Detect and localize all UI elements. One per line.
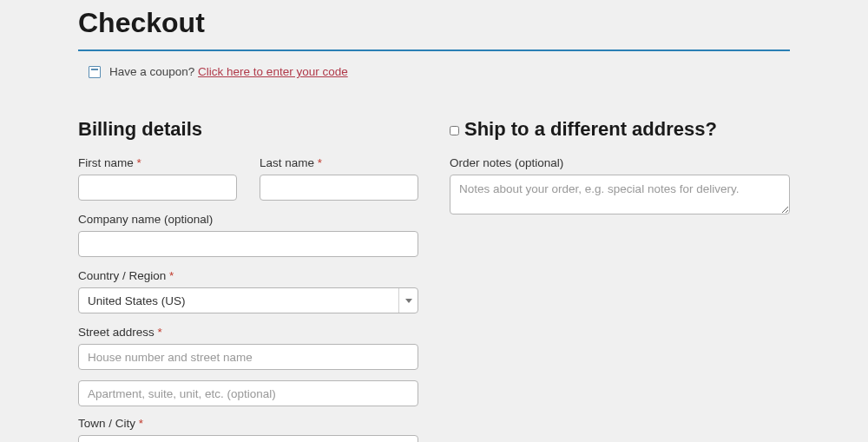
last-name-input[interactable] [260,175,418,201]
coupon-prompt: Have a coupon? [109,65,194,78]
chevron-down-icon [398,288,418,313]
company-input[interactable] [78,231,418,257]
coupon-icon [89,66,101,78]
first-name-input[interactable] [78,175,237,201]
city-label: Town / City * [78,417,418,430]
order-notes-label: Order notes (optional) [450,156,790,169]
street-address-1-input[interactable] [78,344,418,370]
coupon-link[interactable]: Click here to enter your code [198,65,348,78]
city-input[interactable] [78,435,418,442]
company-label: Company name (optional) [78,213,418,226]
ship-different-heading[interactable]: Ship to a different address? [450,118,790,141]
country-selected-value: United States (US) [88,294,186,307]
country-label: Country / Region * [78,269,418,282]
ship-different-checkbox[interactable] [450,126,459,135]
page-title: Checkout [78,7,790,51]
billing-heading: Billing details [78,118,418,141]
shipping-column: Ship to a different address? Order notes… [450,118,790,442]
billing-column: Billing details First name * Last name * [78,118,418,442]
first-name-label: First name * [78,156,237,169]
street-address-2-input[interactable] [78,380,418,406]
street-address-label: Street address * [78,326,418,339]
order-notes-textarea[interactable] [450,175,790,214]
last-name-label: Last name * [260,156,418,169]
coupon-notice: Have a coupon? Click here to enter your … [78,60,790,90]
country-select[interactable]: United States (US) [78,287,418,313]
ship-different-label: Ship to a different address? [464,118,717,141]
